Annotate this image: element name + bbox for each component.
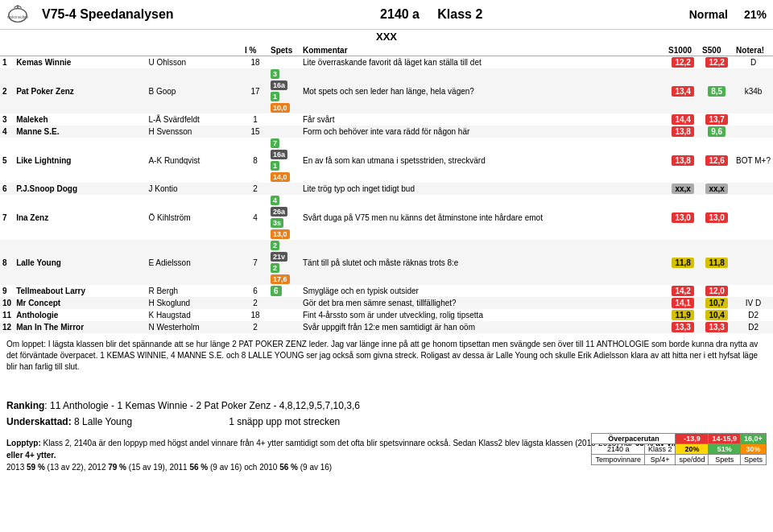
header-course: 2140 a [380, 7, 420, 21]
lopptyp-text7: (9 av 16) [300, 463, 332, 472]
table-row: 8Lalle YoungE Adielsson7221v217,6Tänt ti… [0, 240, 773, 285]
comment: Lite överraskande favorit då läget kan s… [300, 56, 666, 69]
col-header-ipct: I % [242, 45, 268, 56]
ipct: 2 [242, 183, 268, 195]
driver-name: R Bergh [146, 285, 242, 297]
header-percent: 21% [744, 8, 767, 21]
s1000: 14,2 [666, 285, 700, 297]
s500: 13,0 [700, 195, 734, 240]
driver-name: J Kontio [146, 183, 242, 195]
row-num: 3 [0, 113, 14, 126]
horse-name: Lalle Young [14, 240, 146, 285]
bottom-text: Om loppet: I lägsta klassen blir det spä… [6, 339, 767, 373]
driver-name: Ö Kihlström [146, 195, 242, 240]
stats-table: Överpacerutan -13,9 14-15,9 16,0+ 2140 a… [591, 433, 767, 465]
col-header-s1000: S1000 [666, 45, 700, 56]
horse-name: Manne S.E. [14, 126, 146, 138]
lopptyp-text4: (13 av 22), 2012 [48, 463, 106, 472]
horse-name: P.J.Snoop Dogg [14, 183, 146, 195]
col-header-s500: S500 [700, 45, 734, 56]
comment: Får svårt [300, 113, 666, 126]
notera: IV D [734, 297, 773, 309]
stat-row2-v2: Spets [709, 455, 741, 465]
s500: xx,x [700, 183, 734, 195]
ranking-label: Ranking [6, 400, 44, 411]
s1000: 12,2 [666, 56, 700, 69]
s1000: 11,9 [666, 309, 700, 321]
comment: Smygläge och en typisk outsider [300, 285, 666, 297]
table-row: 4Manne S.E.H Svensson15Form och behöver … [0, 126, 773, 138]
s1000: 13,8 [666, 126, 700, 138]
spets [268, 321, 300, 333]
driver-name: B Goop [146, 68, 242, 113]
driver-name: N Westerholm [146, 321, 242, 333]
s500: 13,7 [700, 113, 734, 126]
spets: 426a3s13,0 [268, 195, 300, 240]
comment: En av få som kan utmana i spetsstriden, … [300, 138, 666, 183]
ipct: 2 [242, 321, 268, 333]
s1000: 13,4 [666, 68, 700, 113]
comment: Tänt till på slutet och måste räknas tro… [300, 240, 666, 285]
stat-row1-v3: 30% [740, 444, 766, 455]
row-num: 2 [0, 68, 14, 113]
lopptyp-bold4: 79 % [108, 463, 126, 472]
ranking-value: 11 Anthologie - 1 Kemas Winnie - 2 Pat P… [50, 400, 360, 411]
ranking-text: Ranking: 11 Anthologie - 1 Kemas Winnie … [6, 400, 767, 411]
notera: k34b [734, 68, 773, 113]
lopptyp-text5: (15 av 19), 2011 [129, 463, 188, 472]
horse-name: Man In The Mirror [14, 321, 146, 333]
comment: Svår uppgift från 12:e men samtidigt är … [300, 321, 666, 333]
stat-row1-v1: 20% [676, 444, 709, 455]
s500: 10,7 [700, 297, 734, 309]
spets: 6 [268, 285, 300, 297]
driver-name: H Skoglund [146, 297, 242, 309]
driver-name: A-K Rundqvist [146, 138, 242, 183]
notera: D [734, 56, 773, 69]
table-row: 5Like LightningA-K Rundqvist8716a114,0En… [0, 138, 773, 183]
horse-name: Tellmeabout Larry [14, 285, 146, 297]
driver-name: K Haugstad [146, 309, 242, 321]
horse-name: Kemas Winnie [14, 56, 146, 69]
underskattad-suffix: 1 snäpp upp mot strecken [229, 416, 340, 427]
row-num: 7 [0, 195, 14, 240]
notera: D2 [734, 321, 773, 333]
notera: D2 [734, 309, 773, 321]
table-row: 10Mr ConceptH Skoglund2Gör det bra men s… [0, 297, 773, 309]
spets [268, 183, 300, 195]
s1000: 13,0 [666, 195, 700, 240]
stat-col3: 16,0+ [740, 434, 766, 444]
table-row: 2Pat Poker ZenzB Goop17316a110,0Mot spet… [0, 68, 773, 113]
horse-name: Mr Concept [14, 297, 146, 309]
row-num: 6 [0, 183, 14, 195]
notera [734, 285, 773, 297]
s500: 10,4 [700, 309, 734, 321]
driver-name: H Svensson [146, 126, 242, 138]
notera: BOT M+? [734, 138, 773, 183]
driver-name: U Ohlsson [146, 56, 242, 69]
ipct: 7 [242, 240, 268, 285]
stat-col2: 14-15,9 [709, 434, 741, 444]
lopptyp-text6: (9 av 16) och 2010 [210, 463, 277, 472]
horse-name: Like Lightning [14, 138, 146, 183]
ipct: 8 [242, 138, 268, 183]
table-row: 3MalekehL-Å Svärdfeldt1Får svårt14,413,7 [0, 113, 773, 126]
ipct: 18 [242, 56, 268, 69]
lopptyp-label: Lopptyp: [6, 439, 41, 447]
driver-name: L-Å Svärdfeldt [146, 113, 242, 126]
page-title: V75-4 Speedanalysen [42, 7, 174, 22]
comment: Lite trög typ och inget tidigt bud [300, 183, 666, 195]
s1000: 13,3 [666, 321, 700, 333]
col-header-notera: Notera! [734, 45, 773, 56]
underskattad-label: Underskattad: [6, 416, 72, 427]
notera [734, 113, 773, 126]
spets: 716a114,0 [268, 138, 300, 183]
table-row: 11AnthologieK Haugstad18Fint 4-årssto so… [0, 309, 773, 321]
header-class: Klass 2 [437, 7, 482, 21]
underskattad-value: 8 Lalle Young [74, 416, 132, 427]
s1000: 14,1 [666, 297, 700, 309]
table-row: 1Kemas WinnieU Ohlsson18Lite överraskand… [0, 56, 773, 69]
row-num: 10 [0, 297, 14, 309]
driver-name: E Adielsson [146, 240, 242, 285]
main-table: I % Spets Kommentar S1000 S500 Notera! 1… [0, 45, 773, 333]
stat-row2-v3: Spets [740, 455, 766, 465]
